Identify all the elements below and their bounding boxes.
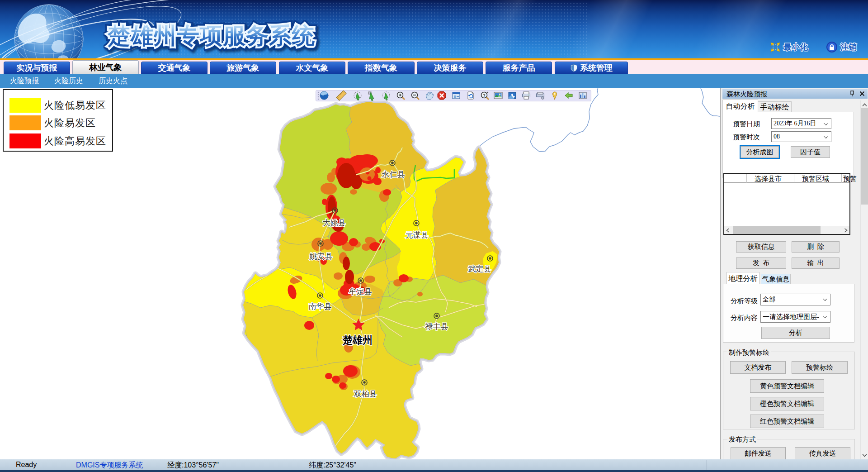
svg-text:牟定县: 牟定县 bbox=[349, 287, 372, 296]
svg-text:武定县: 武定县 bbox=[468, 265, 491, 273]
svg-text:大姚县: 大姚县 bbox=[323, 219, 346, 227]
svg-text:姚安县: 姚安县 bbox=[309, 252, 333, 261]
svg-text:?: ? bbox=[483, 93, 486, 98]
svg-text:元谋县: 元谋县 bbox=[406, 231, 429, 239]
svg-text:禄丰县: 禄丰县 bbox=[425, 322, 448, 331]
svg-text:楚雄州: 楚雄州 bbox=[342, 334, 373, 346]
svg-text:永仁县: 永仁县 bbox=[382, 170, 405, 179]
svg-text:南华县: 南华县 bbox=[309, 302, 332, 311]
svg-text:双柏县: 双柏县 bbox=[354, 390, 377, 398]
